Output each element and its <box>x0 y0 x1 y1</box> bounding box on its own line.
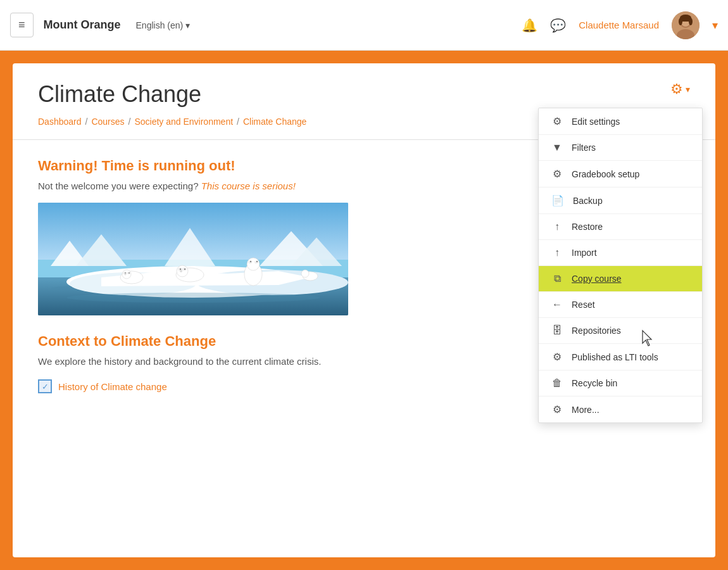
lang-arrow-icon: ▾ <box>185 20 190 30</box>
filters-label: Filters <box>572 142 596 153</box>
breadcrumb-sep-1: / <box>85 117 88 127</box>
gradebook-setup-label: Gradebook setup <box>572 169 639 179</box>
backup-label: Backup <box>573 196 603 206</box>
restore-icon: ↑ <box>551 221 563 232</box>
gear-icon: ⚙ <box>670 81 683 98</box>
avatar[interactable] <box>672 11 700 39</box>
svg-point-42 <box>256 261 258 262</box>
dropdown-item-import[interactable]: ↑Import <box>539 240 702 266</box>
svg-point-34 <box>180 269 181 270</box>
svg-point-40 <box>254 261 258 264</box>
message-icon[interactable]: 💬 <box>550 18 566 33</box>
copy-course-label: Copy course <box>572 274 622 284</box>
edit-settings-label: Edit settings <box>572 117 620 127</box>
reset-icon: ← <box>551 299 563 310</box>
language-selector[interactable]: English (en) ▾ <box>136 20 191 30</box>
svg-point-36 <box>180 270 182 272</box>
reset-label: Reset <box>572 300 595 310</box>
dropdown-item-more[interactable]: ⚙More... <box>539 396 702 422</box>
user-dropdown-arrow[interactable]: ▾ <box>712 18 718 32</box>
more-icon: ⚙ <box>551 403 563 415</box>
gear-dropdown-arrow: ▾ <box>686 84 690 94</box>
svg-point-29 <box>125 274 127 276</box>
backup-icon: 📄 <box>551 194 564 206</box>
filters-icon: ▼ <box>551 142 563 153</box>
header-right: 🔔 💬 Claudette Marsaud ▾ <box>522 11 718 39</box>
svg-point-35 <box>184 269 185 270</box>
repositories-label: Repositories <box>572 326 621 336</box>
site-header: ≡ Mount Orange English (en) ▾ 🔔 💬 Claude… <box>0 0 728 51</box>
notification-icon[interactable]: 🔔 <box>522 18 537 33</box>
import-label: Import <box>572 248 597 258</box>
dropdown-menu: ⚙Edit settings▼Filters⚙Gradebook setup📄B… <box>538 108 703 423</box>
warning-text-body: the welcome you were expecting? <box>56 180 201 191</box>
breadcrumb-sep-2: / <box>129 117 131 127</box>
hamburger-button[interactable]: ≡ <box>10 13 34 37</box>
svg-point-6 <box>679 18 682 25</box>
more-label: More... <box>572 405 599 415</box>
svg-point-41 <box>250 261 251 262</box>
main-card: Climate Change Dashboard / Courses / Soc… <box>13 63 715 557</box>
gradebook-setup-icon: ⚙ <box>551 168 563 180</box>
dropdown-item-recycle-bin[interactable]: 🗑Recycle bin <box>539 370 702 396</box>
svg-point-44 <box>301 270 309 277</box>
history-checkbox-icon: ✓ <box>38 379 52 393</box>
course-title: Climate Change <box>38 81 690 108</box>
repositories-icon: 🗄 <box>551 325 563 336</box>
svg-point-38 <box>247 258 260 270</box>
edit-settings-icon: ⚙ <box>551 115 563 127</box>
dropdown-item-gradebook-setup[interactable]: ⚙Gradebook setup <box>539 161 702 187</box>
recycle-bin-label: Recycle bin <box>572 378 617 388</box>
svg-point-7 <box>689 18 693 25</box>
gear-settings-button[interactable]: ⚙ ▾ <box>670 81 690 98</box>
dropdown-item-published-lti[interactable]: ⚙Published as LTI tools <box>539 344 702 370</box>
import-icon: ↑ <box>551 247 563 258</box>
breadcrumb-society[interactable]: Society and Environment <box>134 117 233 127</box>
dropdown-item-backup[interactable]: 📄Backup <box>539 187 702 214</box>
svg-point-39 <box>248 261 252 264</box>
polar-bear-scene <box>38 203 348 315</box>
restore-label: Restore <box>572 222 603 232</box>
user-name[interactable]: Claudette Marsaud <box>579 20 659 30</box>
warning-text-highlight: This course is serious! <box>201 180 296 191</box>
dropdown-item-copy-course[interactable]: ⧉Copy course <box>539 266 702 292</box>
dropdown-item-reset[interactable]: ←Reset <box>539 292 702 318</box>
dropdown-item-restore[interactable]: ↑Restore <box>539 214 702 240</box>
dropdown-item-repositories[interactable]: 🗄Repositories <box>539 318 702 344</box>
language-label: English (en) <box>136 20 184 30</box>
copy-course-icon: ⧉ <box>551 273 563 284</box>
breadcrumb-climate[interactable]: Climate Change <box>243 117 306 127</box>
svg-point-28 <box>129 272 130 274</box>
warning-text-not: Not <box>38 180 53 191</box>
breadcrumb-dashboard[interactable]: Dashboard <box>38 117 82 127</box>
course-image <box>38 203 348 315</box>
dropdown-item-filters[interactable]: ▼Filters <box>539 135 702 161</box>
page-wrapper: Climate Change Dashboard / Courses / Soc… <box>0 51 728 570</box>
dropdown-item-edit-settings[interactable]: ⚙Edit settings <box>539 108 702 135</box>
published-lti-icon: ⚙ <box>551 351 563 363</box>
breadcrumb-courses[interactable]: Courses <box>91 117 124 127</box>
history-link-label: History of Climate change <box>58 381 167 392</box>
site-name: Mount Orange <box>44 18 121 32</box>
svg-point-24 <box>122 270 131 279</box>
svg-point-45 <box>66 293 320 303</box>
breadcrumb-sep-3: / <box>237 117 239 127</box>
recycle-bin-icon: 🗑 <box>551 377 563 389</box>
published-lti-label: Published as LTI tools <box>572 352 658 362</box>
